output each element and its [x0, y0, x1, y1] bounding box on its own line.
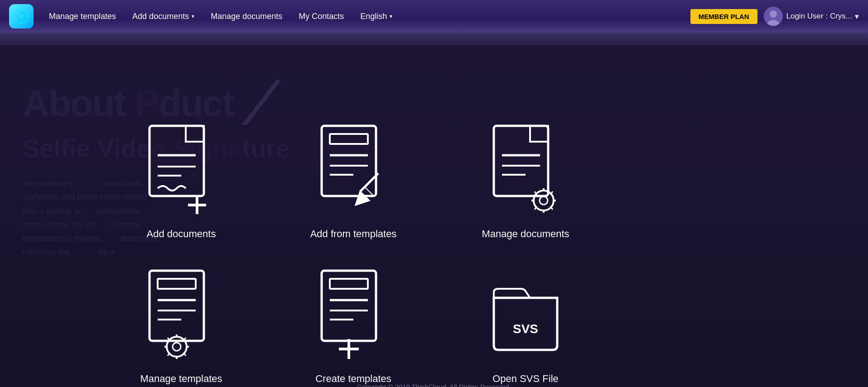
manage-templates-card[interactable]: Manage templates — [118, 253, 245, 385]
add-from-templates-card[interactable]: Add from templates — [290, 109, 417, 240]
open-svs-file-label: Open SVS File — [492, 373, 559, 385]
svg-text:SVS: SVS — [513, 322, 538, 336]
create-templates-card[interactable]: Create templates — [290, 253, 417, 385]
manage-templates-label: Manage templates — [140, 373, 222, 385]
action-icon-grid: Add documents Add from templates — [118, 109, 589, 385]
navigation: Manage templates Add documents ▾ Manage … — [0, 0, 868, 33]
svg-marker-20 — [356, 191, 369, 205]
svg-rect-37 — [158, 279, 196, 289]
add-from-templates-label: Add from templates — [310, 228, 397, 240]
create-templates-label: Create templates — [315, 373, 391, 385]
english-caret: ▾ — [390, 13, 392, 19]
svg-rect-22 — [494, 126, 548, 196]
nav-manage-documents[interactable]: Manage documents — [203, 0, 290, 33]
add-documents-card[interactable]: Add documents — [118, 109, 245, 240]
svg-rect-8 — [149, 126, 204, 196]
svg-rect-52 — [330, 279, 368, 289]
open-svs-file-card[interactable]: SVS Open SVS File — [462, 253, 589, 385]
manage-documents-label: Manage documents — [482, 228, 569, 240]
user-menu[interactable]: Login User : Crys... ▾ — [786, 12, 859, 21]
user-menu-caret: ▾ — [855, 12, 859, 21]
svg-rect-15 — [330, 134, 368, 144]
nav-my-contacts[interactable]: My Contacts — [290, 0, 352, 33]
add-documents-label: Add documents — [147, 228, 216, 240]
svg-line-21 — [365, 187, 374, 196]
svg-point-42 — [173, 343, 181, 351]
avatar — [764, 7, 783, 26]
app-logo[interactable] — [9, 4, 34, 29]
hero-area: About Pduct ╱ Selfie Video Signature We … — [0, 45, 868, 387]
nav-links: Manage templates Add documents ▾ Manage … — [41, 0, 684, 33]
svg-point-27 — [540, 196, 548, 205]
nav-add-documents[interactable]: Add documents ▾ — [124, 0, 203, 33]
member-plan-button[interactable]: MEMBER PLAN — [690, 9, 757, 24]
nav-manage-templates[interactable]: Manage templates — [41, 0, 124, 33]
add-documents-caret: ▾ — [192, 13, 194, 19]
svg-point-6 — [770, 10, 777, 18]
nav-english[interactable]: English ▾ — [352, 0, 400, 33]
manage-documents-card[interactable]: Manage documents — [462, 109, 589, 240]
